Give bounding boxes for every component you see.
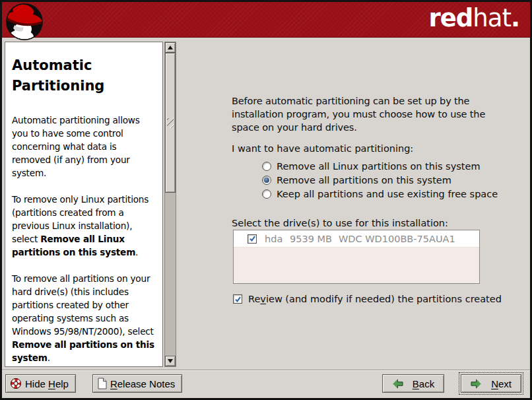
scroll-up-button[interactable] bbox=[165, 42, 176, 53]
review-label-post: iew (and modify if needed) the partition… bbox=[266, 294, 502, 304]
label-post: elp bbox=[55, 378, 69, 389]
green-arrow-right-icon bbox=[471, 379, 482, 389]
help-paragraph: Automatic partitioning allows you to hav… bbox=[12, 114, 156, 180]
button-label: Next bbox=[491, 378, 512, 389]
label-post: ack bbox=[419, 378, 434, 389]
help-text: Automatic partitioning allows you to hav… bbox=[12, 115, 140, 178]
button-label: Release Notes bbox=[110, 378, 175, 389]
next-button[interactable]: Next bbox=[461, 374, 521, 393]
header-banner: red hat . bbox=[2, 2, 530, 38]
review-label-mnemonic: v bbox=[260, 294, 266, 304]
drive-select-label: Select the drive(s) to use for this inst… bbox=[232, 217, 530, 230]
radio-label: Remove all partitions on this system bbox=[277, 175, 451, 185]
button-label: Back bbox=[413, 378, 434, 389]
help-bold-text: Remove all partitions on this system bbox=[12, 339, 154, 363]
drive-row[interactable]: hda 9539 MB WDC WD100BB-75AUA1 bbox=[234, 230, 479, 248]
label-post: ext bbox=[498, 378, 512, 389]
review-option[interactable]: Review (and modify if needed) the partit… bbox=[233, 294, 530, 304]
footer-bar: Hide Help Release Notes bbox=[2, 370, 530, 398]
help-text: To remove all partitions on your hard dr… bbox=[12, 273, 154, 337]
drive-name: hda bbox=[265, 234, 290, 244]
release-notes-button[interactable]: Release Notes bbox=[92, 374, 182, 393]
label-mnemonic: R bbox=[110, 378, 117, 389]
radio-option-keep-partitions[interactable]: Keep all partitions and use existing fre… bbox=[262, 188, 530, 199]
radio-label: Keep all partitions and use existing fre… bbox=[277, 189, 498, 199]
content-area: Before automatic partitioning can be set… bbox=[178, 38, 530, 370]
hide-help-button[interactable]: Hide Help bbox=[5, 374, 76, 393]
label-mnemonic: B bbox=[413, 378, 419, 389]
redhat-shadowman-icon bbox=[5, 3, 44, 41]
drive-model: WDC WD100BB-75AUA1 bbox=[339, 234, 455, 244]
radio-prompt: I want to have automatic partitioning: bbox=[232, 143, 530, 154]
checkmark-icon bbox=[249, 235, 256, 242]
wordmark-red: red bbox=[428, 6, 473, 30]
label-pre: Hide bbox=[25, 378, 48, 389]
help-panel: Automatic Partitioning Automatic partiti… bbox=[5, 42, 163, 367]
document-page-icon bbox=[97, 378, 107, 389]
triangle-down-icon bbox=[168, 359, 173, 363]
help-title: Automatic Partitioning bbox=[12, 55, 156, 96]
back-button[interactable]: Back bbox=[382, 374, 444, 393]
scrollbar-thumb[interactable] bbox=[165, 53, 176, 193]
radio-group: Remove all Linux partitions on this syst… bbox=[262, 160, 530, 199]
scroll-down-button[interactable] bbox=[165, 356, 176, 366]
footer-right-group: Back Next bbox=[382, 372, 523, 395]
installer-window: red hat . Automatic Partitioning Automat… bbox=[0, 0, 532, 400]
help-text: . bbox=[48, 352, 50, 363]
button-label: Hide Help bbox=[25, 378, 69, 389]
review-label-pre: Re bbox=[248, 294, 260, 304]
intro-text: Before automatic partitioning can be set… bbox=[232, 94, 488, 134]
checkmark-icon bbox=[234, 296, 242, 303]
help-paragraph: To remove only Linux partitions (partiti… bbox=[12, 193, 156, 259]
radio-label: Remove all Linux partitions on this syst… bbox=[277, 161, 481, 172]
radio-button-icon[interactable] bbox=[262, 189, 271, 199]
triangle-up-icon bbox=[168, 46, 173, 50]
help-paragraph: To remove all partitions on your hard dr… bbox=[12, 272, 156, 364]
wordmark-period: . bbox=[511, 6, 519, 30]
review-checkbox[interactable] bbox=[233, 294, 242, 304]
redhat-wordmark: red hat . bbox=[428, 6, 519, 33]
drive-checkbox[interactable] bbox=[248, 234, 257, 244]
wordmark-hat: hat bbox=[473, 6, 511, 30]
scrollbar-grip-icon bbox=[167, 118, 174, 128]
green-arrow-left-icon bbox=[392, 379, 403, 389]
label-mnemonic: H bbox=[48, 378, 55, 389]
main-body: Automatic Partitioning Automatic partiti… bbox=[2, 38, 530, 370]
label-post: elease Notes bbox=[117, 378, 176, 389]
next-button-focus-ring: Next bbox=[459, 372, 523, 395]
radio-button-selected-icon[interactable] bbox=[262, 176, 271, 185]
drive-list[interactable]: hda 9539 MB WDC WD100BB-75AUA1 bbox=[233, 230, 480, 284]
review-label: Review (and modify if needed) the partit… bbox=[248, 294, 502, 304]
help-text: . bbox=[135, 247, 138, 257]
radio-option-remove-all[interactable]: Remove all partitions on this system bbox=[262, 174, 530, 185]
label-mnemonic: N bbox=[491, 378, 498, 389]
footer-left-group: Hide Help Release Notes bbox=[5, 374, 182, 393]
help-scrollbar[interactable] bbox=[164, 42, 176, 367]
radio-option-remove-linux[interactable]: Remove all Linux partitions on this syst… bbox=[262, 160, 530, 172]
drive-size: 9539 MB bbox=[290, 234, 332, 244]
radio-button-icon[interactable] bbox=[262, 162, 271, 171]
life-preserver-icon bbox=[10, 378, 22, 389]
